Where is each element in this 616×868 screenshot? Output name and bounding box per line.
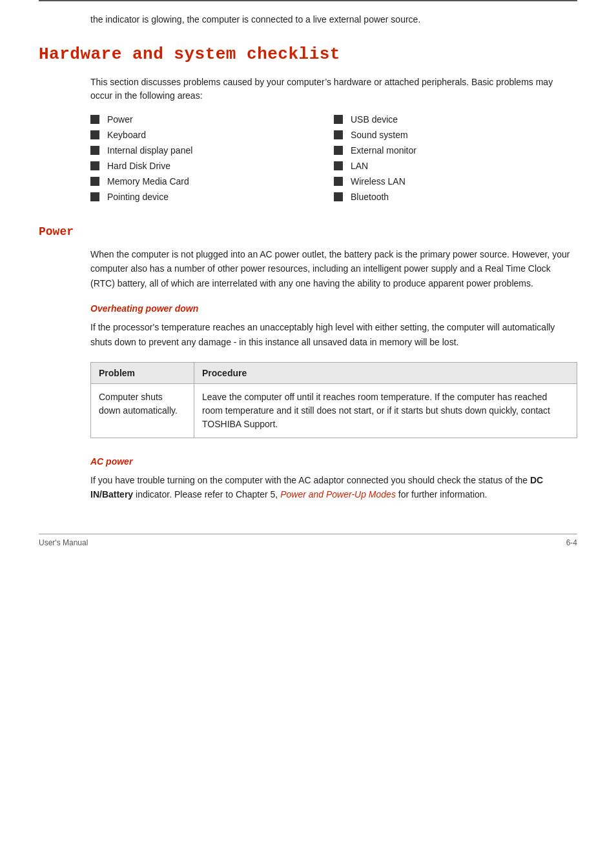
intro-text: the indicator is glowing, the computer i… <box>90 13 577 26</box>
problem-table: Problem Procedure Computer shuts down au… <box>90 362 577 438</box>
top-border <box>39 0 577 1</box>
bullet-icon <box>334 130 343 139</box>
list-item: USB device <box>334 114 577 125</box>
table-header-procedure: Procedure <box>194 362 577 383</box>
bullet-icon <box>334 161 343 170</box>
checklist-item-label: Keyboard <box>107 130 146 140</box>
table-header-problem: Problem <box>91 362 194 383</box>
list-item: External monitor <box>334 145 577 156</box>
ac-body-text-before: If you have trouble turning on the compu… <box>90 475 530 485</box>
power-section-title: Power <box>39 225 577 238</box>
list-item: Sound system <box>334 130 577 140</box>
checklist-item-label: LAN <box>351 161 368 171</box>
bullet-icon <box>334 146 343 155</box>
page-footer: User's Manual 6-4 <box>39 534 577 547</box>
checklist-item-label: Internal display panel <box>107 145 192 156</box>
checklist-item-label: Hard Disk Drive <box>107 161 170 171</box>
power-section-body: When the computer is not plugged into an… <box>90 247 577 290</box>
list-item: Power <box>90 114 334 125</box>
list-item: LAN <box>334 161 577 171</box>
ac-power-body: If you have trouble turning on the compu… <box>90 473 577 502</box>
bullet-icon <box>334 115 343 124</box>
footer-left: User's Manual <box>39 538 88 547</box>
checklist-col-left: Power Keyboard Internal display panel Ha… <box>90 114 334 207</box>
ac-power-title: AC power <box>90 456 577 467</box>
checklist-col-right: USB device Sound system External monitor… <box>334 114 577 207</box>
ac-body-text-after: for further information. <box>396 489 488 500</box>
list-item: Bluetooth <box>334 192 577 202</box>
hardware-section-intro: This section discusses problems caused b… <box>90 76 577 103</box>
checklist-item-label: Wireless LAN <box>351 176 406 187</box>
overheating-body: If the processor's temperature reaches a… <box>90 320 577 349</box>
list-item: Keyboard <box>90 130 334 140</box>
bullet-icon <box>90 115 99 124</box>
ac-body-text-middle: indicator. Please refer to Chapter 5, <box>133 489 280 500</box>
table-cell-problem: Computer shuts down automatically. <box>91 383 194 438</box>
bullet-icon <box>90 192 99 201</box>
overheating-title: Overheating power down <box>90 303 577 314</box>
hardware-section-title: Hardware and system checklist <box>39 45 577 64</box>
checklist-item-label: Power <box>107 114 133 125</box>
checklist-item-label: External monitor <box>351 145 416 156</box>
bullet-icon <box>90 177 99 186</box>
bullet-icon <box>90 146 99 155</box>
bullet-icon <box>334 177 343 186</box>
checklist-item-label: Memory Media Card <box>107 176 189 187</box>
checklist-item-label: Pointing device <box>107 192 169 202</box>
checklist-item-label: USB device <box>351 114 398 125</box>
checklist-item-label: Sound system <box>351 130 408 140</box>
table-row: Computer shuts down automatically. Leave… <box>91 383 577 438</box>
list-item: Wireless LAN <box>334 176 577 187</box>
checklist-wrapper: Power Keyboard Internal display panel Ha… <box>90 114 577 207</box>
footer-right: 6-4 <box>566 538 577 547</box>
list-item: Memory Media Card <box>90 176 334 187</box>
bullet-icon <box>90 130 99 139</box>
checklist-item-label: Bluetooth <box>351 192 389 202</box>
bullet-icon <box>334 192 343 201</box>
table-cell-procedure: Leave the computer off until it reaches … <box>194 383 577 438</box>
list-item: Pointing device <box>90 192 334 202</box>
ac-power-section: AC power If you have trouble turning on … <box>39 456 577 502</box>
list-item: Internal display panel <box>90 145 334 156</box>
bullet-icon <box>90 161 99 170</box>
list-item: Hard Disk Drive <box>90 161 334 171</box>
power-modes-link[interactable]: Power and Power-Up Modes <box>280 489 396 500</box>
